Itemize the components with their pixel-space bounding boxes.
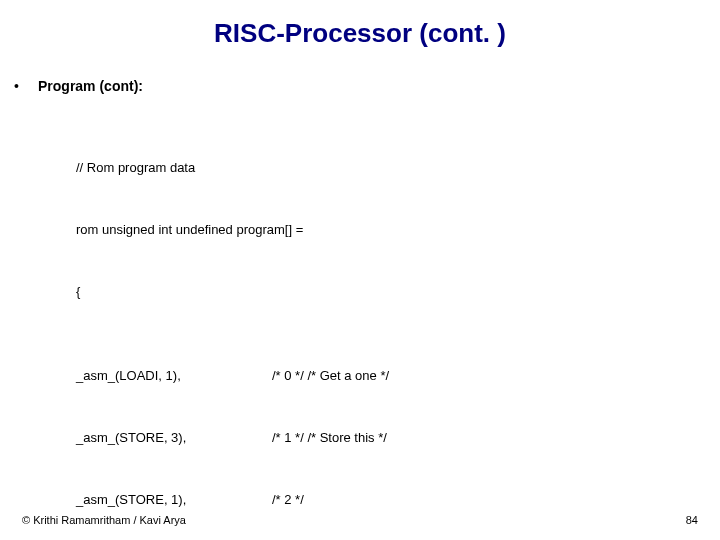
code-line: _asm_(STORE, 3),/* 1 */ /* Store this */ [76, 428, 456, 449]
code-line: // Rom program data [76, 158, 456, 179]
code-line: rom unsigned int undefined program[] = [76, 220, 456, 241]
slide: RISC-Processor (cont. ) • Program (cont)… [0, 0, 720, 540]
code-comment: /* 1 */ /* Store this */ [272, 428, 387, 449]
code-listing: // Rom program data rom unsigned int und… [76, 116, 456, 540]
section-heading: Program (cont): [38, 78, 143, 94]
footer-credits: © Krithi Ramamritham / Kavi Arya [22, 514, 186, 526]
code-op: _asm_(LOADI, 1), [76, 366, 272, 387]
code-comment: /* 2 */ [272, 490, 304, 511]
bullet-marker: • [14, 78, 19, 94]
slide-title: RISC-Processor (cont. ) [0, 0, 720, 49]
code-line: { [76, 282, 456, 303]
code-op: _asm_(STORE, 1), [76, 490, 272, 511]
code-comment: /* 0 */ /* Get a one */ [272, 366, 389, 387]
code-op: _asm_(STORE, 3), [76, 428, 272, 449]
page-number: 84 [686, 514, 698, 526]
code-line: _asm_(STORE, 1),/* 2 */ [76, 490, 456, 511]
code-line: _asm_(LOADI, 1),/* 0 */ /* Get a one */ [76, 366, 456, 387]
